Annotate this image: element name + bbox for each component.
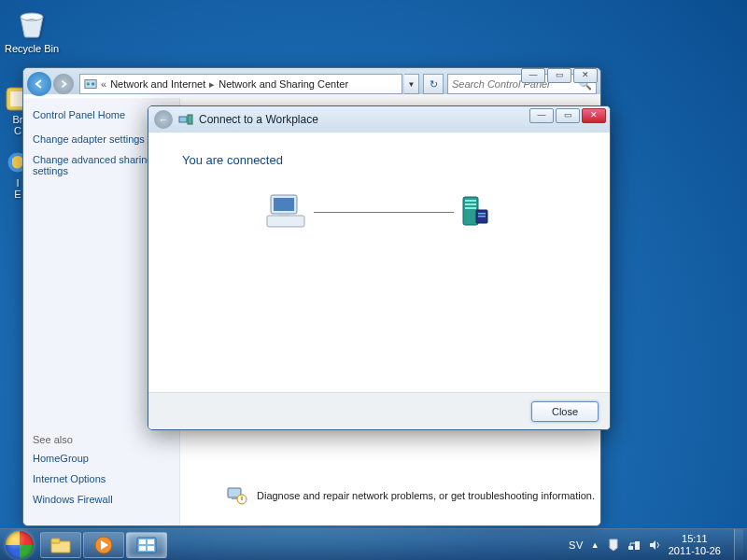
start-button[interactable] <box>0 529 39 561</box>
taskbar-mediaplayer[interactable] <box>83 532 124 558</box>
show-desktop-button[interactable] <box>734 529 743 561</box>
network-icon[interactable] <box>627 539 641 552</box>
svg-rect-21 <box>478 213 486 215</box>
refresh-button[interactable]: ↻ <box>423 74 444 94</box>
svg-rect-24 <box>51 539 60 543</box>
minimize-button[interactable]: — <box>521 68 545 83</box>
control-panel-icon <box>84 77 97 91</box>
svg-rect-10 <box>179 117 187 122</box>
troubleshoot-text[interactable]: Diagnose and repair network problems, or… <box>257 490 595 501</box>
svg-rect-17 <box>465 200 476 202</box>
language-indicator[interactable]: SV <box>569 539 584 551</box>
svg-rect-13 <box>274 198 294 211</box>
svg-point-5 <box>87 82 91 86</box>
maximize-button[interactable]: ▭ <box>547 68 571 83</box>
close-button[interactable]: ✕ <box>573 68 598 83</box>
windows-firewall-link[interactable]: Windows Firewall <box>33 494 170 505</box>
computer-icon <box>265 191 312 232</box>
recycle-bin-label: Recycle Bin <box>4 43 60 54</box>
connection-graphic <box>182 191 576 232</box>
volume-icon[interactable] <box>648 539 661 552</box>
desktop: Recycle Bin Br C I E — ▭ ✕ « Network and… <box>0 0 747 560</box>
wizard-minimize-button[interactable]: — <box>529 108 554 123</box>
wizard-titlebar[interactable]: ← Connect to a Workplace — ▭ ✕ <box>148 106 610 133</box>
svg-rect-15 <box>278 214 289 217</box>
svg-point-6 <box>92 82 95 86</box>
workplace-icon <box>178 112 193 127</box>
nav-back-button[interactable] <box>27 72 51 96</box>
taskbar-explorer[interactable] <box>40 532 81 558</box>
svg-rect-19 <box>465 207 476 209</box>
server-icon <box>456 193 493 231</box>
taskbar-control-panel[interactable] <box>126 532 167 558</box>
address-bar[interactable]: « Network and Internet ▸ Network and Sha… <box>79 74 402 94</box>
connect-workplace-dialog: ← Connect to a Workplace — ▭ ✕ You are c… <box>148 105 611 430</box>
svg-rect-30 <box>148 546 154 551</box>
troubleshoot-icon <box>225 484 247 507</box>
wizard-close-button[interactable]: ✕ <box>582 108 606 123</box>
clock[interactable]: 15:11 2011-10-26 <box>669 533 721 556</box>
tray-chevron-icon[interactable]: ▲ <box>591 540 599 550</box>
wizard-maximize-button[interactable]: ▭ <box>556 108 580 123</box>
breadcrumb-part[interactable]: Network and Sharing Center <box>218 78 348 90</box>
svg-rect-8 <box>232 497 237 499</box>
address-dropdown[interactable]: ▼ <box>404 74 419 94</box>
action-center-icon[interactable] <box>607 539 620 552</box>
internet-options-link[interactable]: Internet Options <box>33 473 170 484</box>
homegroup-link[interactable]: HomeGroup <box>33 453 170 464</box>
system-tray: SV ▲ 15:11 2011-10-26 <box>569 529 747 561</box>
wizard-title: Connect to a Workplace <box>199 113 318 126</box>
taskbar: SV ▲ 15:11 2011-10-26 <box>0 528 747 560</box>
connection-status: You are connected <box>182 153 576 167</box>
svg-rect-18 <box>465 203 476 205</box>
svg-rect-28 <box>148 539 154 544</box>
svg-rect-31 <box>628 546 633 550</box>
close-button[interactable]: Close <box>531 401 599 422</box>
svg-rect-14 <box>267 216 304 227</box>
nav-forward-button[interactable] <box>53 74 74 94</box>
breadcrumb-part[interactable]: Network and Internet <box>110 78 205 90</box>
wizard-back-button: ← <box>154 110 173 129</box>
svg-rect-27 <box>139 539 146 544</box>
see-also-label: See also <box>33 434 170 445</box>
svg-rect-29 <box>139 546 146 551</box>
svg-rect-22 <box>478 216 486 217</box>
svg-rect-11 <box>188 115 192 124</box>
svg-rect-32 <box>635 541 640 550</box>
recycle-bin-icon[interactable]: Recycle Bin <box>4 4 60 54</box>
